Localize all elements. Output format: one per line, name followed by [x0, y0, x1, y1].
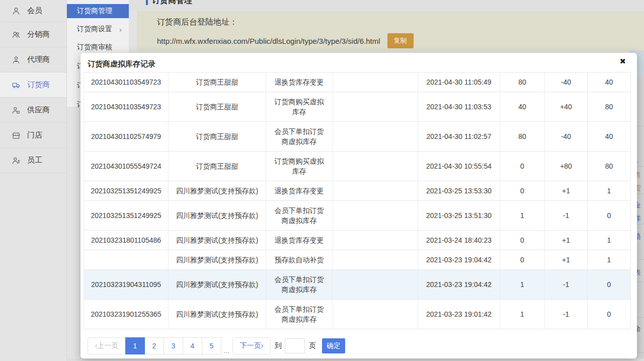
stock-change-cell: +80 [545, 152, 588, 181]
record-id-cell [84, 250, 169, 270]
close-icon[interactable]: ✖ [619, 57, 626, 65]
change-type-cell: 会员下单扣订货商虚拟库存 [266, 122, 333, 152]
sidebar-item-label: 订货商 [27, 80, 50, 90]
remark-cell [333, 181, 418, 201]
table-row: 202104301103549723订货商王甜甜订货商购买虚拟库存2021-04… [84, 92, 631, 122]
stock-before-cell: 0 [500, 181, 545, 201]
login-url-text: http://m.wfx.wxfenxiao.com/Public/dlsLog… [157, 37, 380, 45]
page-button-5[interactable]: 5 [202, 337, 221, 354]
orderer-name-cell: 订货商王甜甜 [169, 152, 266, 181]
change-type-cell: 退换货库存变更 [266, 73, 333, 92]
sidebar-item-供应商[interactable]: 供应商 [0, 98, 66, 123]
time-cell: 2021-04-30 10:55:54 [418, 152, 500, 181]
page-button-3[interactable]: 3 [164, 337, 183, 354]
stock-after-cell: 40 [588, 122, 631, 152]
stock-change-cell: +40 [545, 92, 588, 122]
change-type-cell: 退换货库存变更 [266, 231, 333, 250]
top-strip: 订货商管理 [129, 0, 644, 11]
sidebar: 会员分销商代理商订货商供应商门店员工 [0, 0, 67, 361]
page-button-2[interactable]: 2 [144, 337, 164, 354]
stock-after-cell: 0 [588, 300, 631, 329]
stock-before-cell: 1 [500, 300, 545, 329]
time-cell: 2021-04-30 11:03:53 [418, 92, 500, 122]
sidebar-item-员工[interactable]: 员工 [0, 148, 66, 173]
stock-change-cell: -40 [545, 73, 588, 92]
submenu-item-label: 订货商管理 [77, 7, 112, 16]
submenu-item-订货商管理[interactable]: 订货商管理 [67, 4, 129, 18]
page-unit-label: 页 [309, 341, 316, 350]
change-type-cell: 会员下单扣订货商虚拟库存 [266, 270, 333, 300]
page-button-4[interactable]: 4 [183, 337, 202, 354]
stock-before-cell: 80 [500, 122, 545, 152]
record-id-cell: 202104301103549723 [84, 92, 169, 122]
time-cell: 2021-04-30 11:02:57 [418, 122, 500, 152]
staff-icon [11, 156, 21, 166]
table-row: 202103251351249925四川雅梦测试(支持预存款)退换货库存变更20… [84, 181, 631, 201]
distributor-icon [11, 30, 21, 40]
change-type-cell: 订货商购买虚拟库存 [266, 152, 333, 181]
remark-cell [333, 300, 418, 329]
submenu-item-订货商设置[interactable]: 订货商设置› [67, 22, 129, 36]
remark-cell [333, 250, 418, 270]
table-row: 202104301102574979订货商王甜甜会员下单扣订货商虚拟库存2021… [84, 122, 631, 152]
stock-change-cell: -40 [545, 122, 588, 152]
record-id-cell: 202103231901255365 [84, 300, 169, 329]
submenu-item-label: 订货商设置 [77, 25, 112, 34]
change-type-cell: 退换货库存变更 [266, 181, 333, 201]
table-row: 202103231904311095四川雅梦测试(支持预存款)会员下单扣订货商虚… [84, 270, 631, 300]
submenu-item-订货商审核[interactable]: 订货商审核 [67, 40, 129, 54]
login-address-label: 订货商后台登陆地址： [157, 17, 237, 28]
remark-cell [333, 270, 418, 300]
login-address-row: http://m.wfx.wxfenxiao.com/Public/dlsLog… [157, 33, 414, 48]
orderer-name-cell: 四川雅梦测试(支持预存款) [169, 201, 266, 231]
table-row: 四川雅梦测试(支持预存款)预存款自动补货2021-03-23 19:04:420… [84, 250, 631, 270]
background-bottom-sliver [67, 358, 644, 361]
table-row: 202104301103549723订货商王甜甜退换货库存变更2021-04-3… [84, 73, 631, 92]
title-accent-bar [146, 0, 148, 5]
orderer-name-cell: 四川雅梦测试(支持预存款) [169, 181, 266, 201]
copy-button[interactable]: 复制 [387, 33, 414, 48]
page-title: 订货商管理 [146, 0, 192, 6]
stock-after-cell: 0 [588, 201, 631, 231]
time-cell: 2021-03-25 13:51:30 [418, 201, 500, 231]
sidebar-item-订货商[interactable]: 订货商 [0, 73, 66, 98]
next-page-button[interactable]: 下一页› [232, 337, 271, 354]
record-id-cell: 202104301102574979 [84, 122, 169, 152]
goto-page-input[interactable] [285, 338, 305, 353]
record-id-cell: 202103251351249925 [84, 201, 169, 231]
sidebar-item-会员[interactable]: 会员 [0, 0, 66, 22]
sidebar-item-分销商[interactable]: 分销商 [0, 22, 66, 47]
prev-page-button[interactable]: ‹上一页 [88, 337, 126, 354]
stock-change-cell: +1 [545, 181, 588, 201]
remark-cell [333, 92, 418, 122]
pagination-ellipsis: ... [221, 337, 231, 354]
stock-change-cell: -1 [545, 270, 588, 300]
confirm-button[interactable]: 确定 [322, 338, 345, 353]
orderer-icon [11, 80, 21, 90]
stock-change-cell: -1 [545, 201, 588, 231]
stock-change-cell: +1 [545, 231, 588, 250]
orderer-name-cell: 订货商王甜甜 [169, 73, 266, 92]
stock-change-cell: +1 [545, 250, 588, 270]
table-row: 202104301055549724订货商王甜甜订货商购买虚拟库存2021-04… [84, 152, 631, 181]
stock-before-cell: 1 [500, 201, 545, 231]
login-address-panel: 订货商后台登陆地址： http://m.wfx.wxfenxiao.com/Pu… [137, 11, 644, 51]
page-title-text: 订货商管理 [152, 0, 192, 6]
record-id-cell: 202104301103549723 [84, 73, 169, 92]
remark-cell [333, 231, 418, 250]
sidebar-item-label: 会员 [27, 6, 42, 16]
orderer-name-cell: 四川雅梦测试(支持预存款) [169, 270, 266, 300]
store-icon [11, 130, 21, 140]
sidebar-item-门店[interactable]: 门店 [0, 123, 66, 148]
orderer-name-cell: 四川雅梦测试(支持预存款) [169, 250, 266, 270]
time-cell: 2021-03-23 19:01:42 [418, 300, 500, 329]
sidebar-item-label: 供应商 [27, 105, 50, 115]
table-row: 202103231801105486四川雅梦测试(支持预存款)退换货库存变更20… [84, 231, 631, 250]
change-type-cell: 预存款自动补货 [266, 250, 333, 270]
modal-title: 订货商虚拟库存记录 [88, 59, 155, 69]
page-button-1[interactable]: 1 [125, 337, 145, 354]
sidebar-item-代理商[interactable]: 代理商 [0, 47, 66, 73]
stock-record-table: 202104301103549723订货商王甜甜退换货库存变更2021-04-3… [84, 72, 631, 329]
page-number-list: 12345 [126, 337, 221, 354]
change-type-cell: 订货商购买虚拟库存 [266, 92, 333, 122]
